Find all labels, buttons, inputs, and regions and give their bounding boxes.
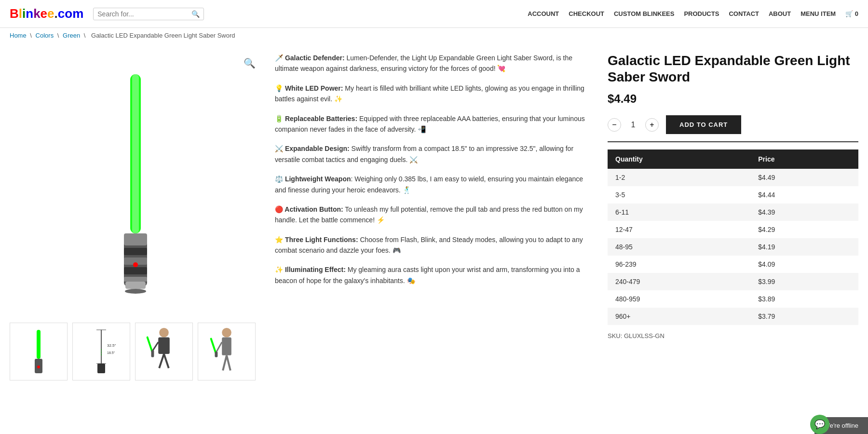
- pricing-qty-cell: 96-239: [608, 256, 750, 273]
- product-images-section: 🔍: [10, 53, 260, 380]
- svg-rect-22: [158, 338, 170, 354]
- sku-line: SKU: GLUXLSS-GN: [608, 332, 858, 339]
- feature-8: ✨ Illuminating Effect: My gleaming aura …: [275, 264, 588, 286]
- svg-rect-29: [222, 338, 231, 355]
- pricing-price-cell: $4.19: [750, 238, 858, 256]
- pricing-row: 960+$3.79: [608, 308, 858, 325]
- feature-7: ⭐ Three Light Functions: Choose from Fla…: [275, 234, 588, 256]
- pricing-qty-cell: 6-11: [608, 203, 750, 221]
- nav-custom-blinkees[interactable]: CUSTOM BLINKEES: [614, 10, 674, 17]
- main-content: 🔍: [0, 43, 868, 390]
- quantity-increase-button[interactable]: +: [645, 118, 659, 132]
- svg-rect-34: [215, 352, 217, 357]
- pricing-qty-cell: 12-47: [608, 221, 750, 238]
- lightsaber-main-svg: [63, 65, 207, 306]
- nav-products[interactable]: PRODUCTS: [684, 10, 719, 17]
- search-button[interactable]: 🔍: [191, 10, 200, 18]
- pricing-row: 240-479$3.99: [608, 273, 858, 290]
- col-quantity-header: Quantity: [608, 149, 750, 169]
- pricing-qty-cell: 3-5: [608, 186, 750, 203]
- pricing-row: 480-959$3.89: [608, 290, 858, 308]
- nav-menu-item[interactable]: MENU ITEM: [800, 10, 836, 17]
- pricing-qty-cell: 48-95: [608, 238, 750, 256]
- quantity-decrease-button[interactable]: −: [608, 118, 621, 132]
- svg-line-30: [223, 355, 227, 370]
- svg-point-10: [125, 289, 146, 294]
- pricing-qty-cell: 960+: [608, 308, 750, 325]
- svg-point-28: [222, 328, 231, 338]
- svg-text:32.5": 32.5": [107, 343, 116, 348]
- pricing-qty-cell: 480-959: [608, 290, 750, 308]
- main-nav: ACCOUNT CHECKOUT CUSTOM BLINKEES PRODUCT…: [528, 10, 858, 17]
- quantity-row: − 1 + ADD TO CART: [608, 115, 858, 134]
- pricing-table: Quantity Price 1-2$4.493-5$4.446-11$4.39…: [608, 149, 858, 325]
- pricing-price-cell: $4.29: [750, 221, 858, 238]
- breadcrumb-home[interactable]: Home: [10, 32, 27, 39]
- zoom-icon[interactable]: 🔍: [244, 57, 256, 69]
- pricing-row: 1-2$4.49: [608, 169, 858, 186]
- svg-point-21: [159, 328, 169, 338]
- breadcrumb: Home \ Colors \ Green \ Galactic LED Exp…: [0, 28, 868, 43]
- svg-rect-3: [124, 233, 147, 245]
- breadcrumb-current: Galactic LED Expandable Green Light Sabe…: [91, 32, 235, 39]
- nav-checkout[interactable]: CHECKOUT: [569, 10, 604, 17]
- logo[interactable]: Blinkee.com: [10, 6, 83, 21]
- pricing-qty-cell: 1-2: [608, 169, 750, 186]
- svg-line-31: [227, 355, 231, 370]
- svg-line-32: [216, 342, 222, 353]
- thumbnail-1[interactable]: [10, 323, 68, 380]
- quantity-value: 1: [628, 121, 638, 129]
- svg-point-8: [133, 262, 138, 267]
- add-to-cart-button[interactable]: ADD TO CART: [666, 115, 741, 134]
- pricing-row: 96-239$4.09: [608, 256, 858, 273]
- pricing-price-cell: $4.44: [750, 186, 858, 203]
- breadcrumb-green[interactable]: Green: [63, 32, 80, 39]
- pricing-price-cell: $3.89: [750, 290, 858, 308]
- svg-line-23: [159, 354, 164, 368]
- main-product-image: 🔍: [10, 53, 260, 318]
- svg-rect-9: [125, 282, 146, 289]
- nav-about[interactable]: ABOUT: [769, 10, 791, 17]
- pricing-row: 3-5$4.44: [608, 186, 858, 203]
- feature-4: ⚔️ Expandable Design: Swiftly transform …: [275, 143, 588, 165]
- divider: [608, 141, 858, 142]
- pricing-qty-cell: 240-479: [608, 273, 750, 290]
- product-price: $4.49: [608, 92, 858, 106]
- pricing-price-cell: $3.99: [750, 273, 858, 290]
- svg-text:18.5": 18.5": [107, 351, 115, 354]
- feature-2: 💡 White LED Power: My heart is filled wi…: [275, 83, 588, 105]
- search-form: 🔍: [93, 8, 204, 20]
- svg-rect-6: [124, 267, 147, 274]
- pricing-table-header-row: Quantity Price: [608, 149, 858, 169]
- nav-account[interactable]: ACCOUNT: [528, 10, 559, 17]
- product-title: Galactic LED Expandable Green Light Sabe…: [608, 53, 858, 85]
- product-info-section: Galactic LED Expandable Green Light Sabe…: [608, 53, 858, 380]
- pricing-price-cell: $4.39: [750, 203, 858, 221]
- svg-rect-17: [97, 364, 105, 373]
- svg-rect-11: [37, 330, 41, 359]
- svg-line-24: [164, 354, 169, 368]
- nav-contact[interactable]: CONTACT: [729, 10, 759, 17]
- feature-1: 🗡️ Galactic Defender: Lumen-Defender, th…: [275, 53, 588, 74]
- pricing-price-cell: $3.79: [750, 308, 858, 325]
- svg-line-26: [148, 338, 152, 352]
- thumbnail-4[interactable]: [198, 323, 256, 380]
- thumbnail-row: 32.5" 18.5": [10, 323, 260, 380]
- feature-6: 🔴 Activation Button: To unleash my full …: [275, 204, 588, 226]
- svg-rect-1: [132, 74, 139, 233]
- feature-5: ⚖️ Lightweight Weapon: Weighing only 0.3…: [275, 174, 588, 195]
- thumbnail-2[interactable]: 32.5" 18.5": [72, 323, 130, 380]
- svg-rect-7: [124, 277, 147, 282]
- product-description-section: 🗡️ Galactic Defender: Lumen-Defender, th…: [275, 53, 593, 380]
- search-input[interactable]: [97, 10, 191, 18]
- col-price-header: Price: [750, 149, 858, 169]
- pricing-row: 6-11$4.39: [608, 203, 858, 221]
- header: Blinkee.com 🔍 ACCOUNT CHECKOUT CUSTOM BL…: [0, 0, 868, 28]
- breadcrumb-colors[interactable]: Colors: [36, 32, 54, 39]
- pricing-price-cell: $4.49: [750, 169, 858, 186]
- pricing-price-cell: $4.09: [750, 256, 858, 273]
- svg-rect-27: [151, 350, 154, 357]
- cart-icon[interactable]: 🛒 0: [845, 10, 858, 17]
- thumbnail-3[interactable]: [135, 323, 193, 380]
- pricing-row: 48-95$4.19: [608, 238, 858, 256]
